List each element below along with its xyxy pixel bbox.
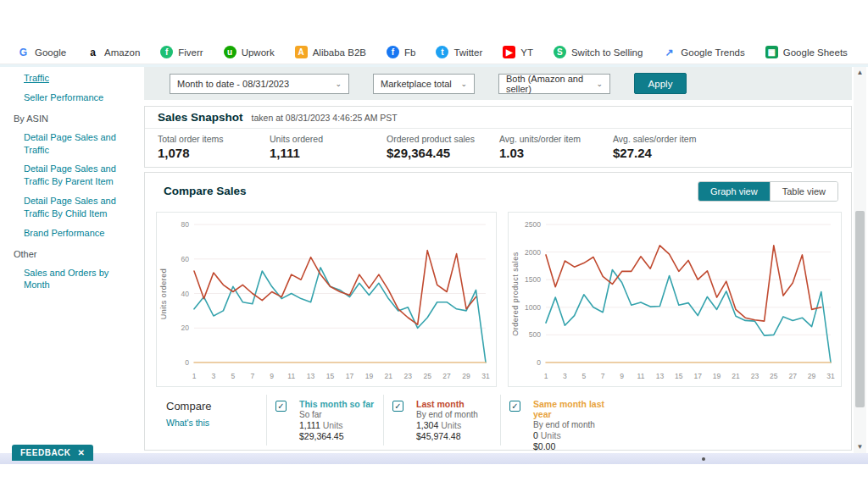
sales-snapshot-header: Sales Snapshot taken at 08/31/2023 4:46:…: [145, 107, 851, 129]
svg-text:31: 31: [826, 372, 835, 380]
screen: GGoogleaAmazonfFiverruUpworkAAlibaba B2B…: [0, 0, 868, 487]
svg-text:7: 7: [250, 372, 254, 380]
marketplace-dropdown[interactable]: Marketplace total ⌄: [373, 74, 475, 94]
svg-text:2500: 2500: [525, 220, 541, 229]
svg-text:1: 1: [544, 372, 548, 380]
apply-button[interactable]: Apply: [634, 73, 687, 94]
stat-total-order-items: Total order items1,078: [158, 134, 270, 160]
sidebar-item-detail-page-sales-and-traffic[interactable]: Detail Page Sales and Traffic: [0, 128, 142, 160]
bookmark-label: Alibaba B2B: [313, 47, 366, 58]
bookmark-label: Switch to Selling: [571, 47, 643, 58]
account-type-dropdown[interactable]: Both (Amazon and seller) ⌄: [498, 74, 610, 94]
svg-text:19: 19: [713, 372, 721, 380]
chevron-down-icon: ⌄: [596, 80, 603, 88]
sidebar-item-seller-performance[interactable]: Seller Performance: [0, 88, 142, 108]
compare-block-sales: $29,364.45: [299, 431, 383, 441]
stat-avg-sales-order-item: Avg. sales/order item$27.24: [613, 134, 748, 160]
stat-label: Total order items: [158, 134, 261, 144]
bookmark-label: Google Sheets: [783, 47, 848, 58]
svg-text:9: 9: [620, 372, 624, 380]
compare-checkbox[interactable]: ✓: [509, 401, 520, 412]
sidebar-item-brand-performance[interactable]: Brand Performance: [0, 224, 142, 243]
bookmarks-bar: GGoogleaAmazonfFiverruUpworkAAlibaba B2B…: [0, 41, 868, 64]
compare-block-last-month: ✓Last monthBy end of month1,304 Units$45…: [383, 395, 500, 445]
vertical-scrollbar[interactable]: ▲ ▼: [854, 67, 866, 453]
bookmark-google[interactable]: GGoogle: [17, 46, 66, 58]
stat-label: Avg. sales/order item: [613, 134, 740, 144]
sales-snapshot-title: Sales Snapshot: [158, 111, 243, 124]
bookmark-fb[interactable]: fFb: [387, 46, 415, 58]
compare-block-this-month-so-far: ✓This month so farSo far1,111 Units$29,3…: [266, 395, 383, 445]
stat-value: $27.24: [613, 146, 740, 160]
compare-sales-card: Compare Sales Graph view Table view 0204…: [144, 172, 852, 451]
bookmark-label: Fiverr: [178, 47, 203, 58]
svg-text:2000: 2000: [525, 248, 541, 257]
svg-text:23: 23: [404, 372, 413, 380]
bookmark-label: Google Trends: [681, 47, 744, 58]
scroll-up-arrow[interactable]: ▲: [854, 67, 866, 79]
compare-label-column: Compare What's this: [156, 395, 266, 445]
compare-block-units: 0 Units: [533, 430, 617, 440]
compare-block-subtitle: By end of month: [533, 420, 617, 429]
ordered-product-sales-chart-svg: 0500100015002000250013579111315171921232…: [509, 213, 841, 386]
bookmark-google-trends[interactable]: ↗Google Trends: [663, 46, 744, 58]
svg-text:17: 17: [693, 372, 702, 380]
stat-label: Avg. units/order item: [499, 134, 604, 144]
svg-text:27: 27: [788, 372, 797, 380]
svg-text:1000: 1000: [525, 303, 541, 312]
bookmark-google-sheets[interactable]: ▦Google Sheets: [765, 46, 848, 58]
svg-text:21: 21: [732, 372, 740, 380]
scroll-down-arrow[interactable]: ▼: [854, 441, 866, 453]
svg-text:7: 7: [601, 372, 605, 380]
stat-label: Ordered product sales: [387, 134, 491, 144]
compare-checkbox[interactable]: ✓: [275, 401, 287, 412]
compare-block-subtitle: So far: [299, 410, 383, 419]
close-icon: ✕: [78, 448, 86, 457]
scrollbar-thumb[interactable]: [855, 211, 865, 407]
bookmark-alibaba-b2b[interactable]: AAlibaba B2B: [295, 46, 366, 58]
table-view-button[interactable]: Table view: [770, 182, 837, 201]
svg-text:19: 19: [365, 372, 374, 380]
chevron-down-icon: ⌄: [460, 80, 467, 88]
svg-text:Ordered product sales: Ordered product sales: [511, 252, 520, 336]
bookmark-switch-to-selling[interactable]: SSwitch to Selling: [554, 46, 643, 58]
sidebar-item-sales-and-orders-by-month[interactable]: Sales and Orders by Month: [0, 263, 142, 296]
graph-view-button[interactable]: Graph view: [698, 182, 770, 201]
bookmark-label: Google: [35, 47, 66, 58]
units-ordered-chart-svg: 020406080135791113151719212325272931Unit…: [157, 213, 496, 386]
svg-text:80: 80: [181, 220, 190, 229]
sidebar-item-traffic[interactable]: Traffic: [0, 69, 142, 88]
amazon-icon: a: [86, 46, 99, 58]
stat-value: $29,364.45: [387, 146, 491, 160]
bookmark-label: YT: [520, 47, 533, 58]
google-trends-icon: ↗: [663, 46, 676, 58]
bookmark-label: Fb: [404, 47, 415, 58]
svg-text:25: 25: [423, 372, 431, 380]
bookmark-upwork[interactable]: uUpwork: [224, 46, 275, 58]
compare-block-body: This month so farSo far1,111 Units$29,36…: [299, 399, 383, 441]
svg-text:5: 5: [581, 372, 586, 380]
whats-this-link[interactable]: What's this: [166, 418, 266, 428]
sidebar-item-detail-page-sales-and-traffic-by-parent-item[interactable]: Detail Page Sales and Traffic By Parent …: [0, 159, 142, 191]
snapshot-stats-row: Total order items1,078Units ordered1,111…: [145, 129, 851, 160]
stat-units-ordered: Units ordered1,111: [270, 134, 387, 160]
svg-text:29: 29: [462, 372, 470, 380]
alibaba-icon: A: [295, 46, 308, 58]
svg-text:29: 29: [808, 372, 816, 380]
bookmark-yt[interactable]: ▶YT: [503, 46, 533, 58]
compare-block-sales: $0.00: [533, 441, 617, 451]
feedback-button[interactable]: FEEDBACK ✕: [12, 445, 93, 461]
google-sheets-icon: ▦: [765, 46, 778, 58]
switch-to-selling-icon: S: [554, 46, 566, 58]
svg-text:3: 3: [563, 372, 567, 380]
svg-text:60: 60: [181, 255, 190, 263]
sidebar-item-detail-page-sales-and-traffic-by-child-item[interactable]: Detail Page Sales and Traffic By Child I…: [0, 191, 142, 224]
bookmark-fiverr[interactable]: fFiverr: [160, 46, 203, 58]
bookmark-twitter[interactable]: tTwitter: [436, 46, 482, 58]
svg-text:17: 17: [346, 372, 354, 380]
upwork-icon: u: [224, 46, 236, 58]
svg-text:20: 20: [181, 324, 190, 332]
date-range-dropdown[interactable]: Month to date - 08/31/2023 ⌄: [170, 74, 349, 94]
bookmark-amazon[interactable]: aAmazon: [86, 46, 140, 58]
compare-checkbox[interactable]: ✓: [392, 401, 403, 412]
